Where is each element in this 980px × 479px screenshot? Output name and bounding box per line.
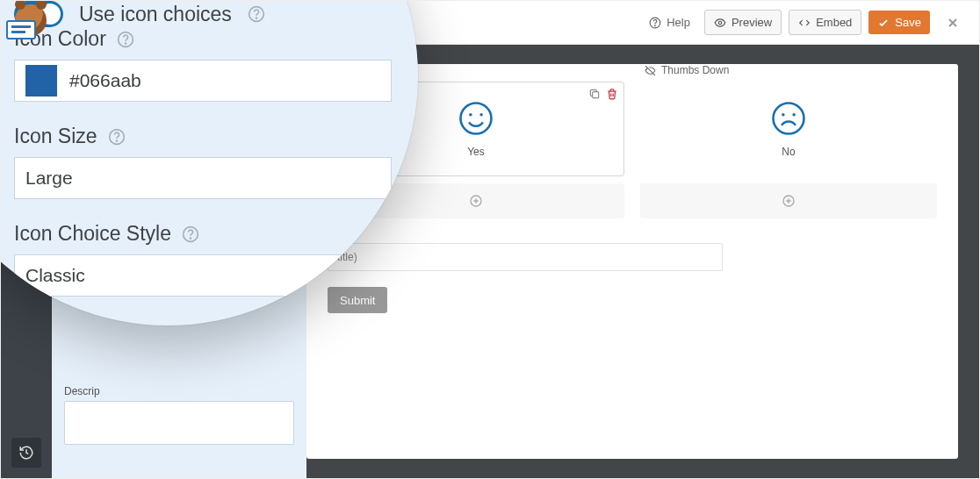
icon-color-input[interactable]: #066aab [14,60,392,102]
choice-no: Thumbs Down No [640,82,937,218]
svg-point-19 [190,238,191,239]
wpforms-logo [4,1,57,39]
icon-style-label: Icon Choice Style [14,222,171,246]
help-icon[interactable] [117,31,134,48]
description-label-small: Descrip [64,385,294,397]
code-icon [798,17,811,29]
svg-point-10 [792,113,796,117]
submit-label: Submit [340,294,375,307]
svg-point-15 [125,43,126,44]
svg-point-1 [655,25,656,25]
movie-title-input[interactable]: title) [328,243,723,271]
svg-point-5 [469,113,472,117]
use-icon-choices-label: Use icon choices [79,3,232,26]
svg-point-6 [479,113,483,117]
history-icon [18,445,34,461]
submit-button[interactable]: Submit [328,287,387,313]
close-button[interactable] [937,1,969,45]
delete-choice-icon[interactable] [606,88,618,104]
use-icon-choices-row: Use icon choices [14,1,392,27]
choice-no-label: No [782,146,795,158]
preview-button[interactable]: Preview [704,10,782,35]
help-icon[interactable] [108,128,126,146]
eye-off-icon [645,65,656,76]
help-label: Help [667,16,690,29]
help-icon[interactable] [248,5,265,23]
svg-point-17 [116,140,117,141]
revisions-button[interactable] [11,438,41,468]
help-link[interactable]: Help [642,11,697,34]
preview-label: Preview [731,16,772,29]
embed-label: Embed [816,16,852,29]
add-choice-right[interactable] [640,183,937,218]
tablet-icon [6,20,36,39]
svg-point-9 [782,113,785,117]
frown-icon [770,100,807,137]
description-textarea[interactable] [64,401,294,445]
icon-size-label: Icon Size [14,125,97,148]
smile-icon [458,100,494,137]
choice-card-no[interactable]: No [640,82,937,176]
thumbs-down-tag: Thumbs Down [645,64,729,76]
choice-yes-label: Yes [467,146,485,158]
svg-point-13 [256,18,256,18]
save-label: Save [895,16,921,29]
icon-color-value: #066aab [69,70,141,91]
check-icon [877,17,890,29]
icon-size-value: Large [25,168,73,189]
svg-point-2 [718,21,722,25]
plus-icon [782,194,796,208]
close-icon [946,16,960,30]
help-icon [649,17,661,29]
svg-point-4 [461,104,492,134]
svg-point-8 [774,104,804,134]
duplicate-choice-icon[interactable] [588,88,601,104]
svg-rect-3 [593,92,599,98]
icon-size-select[interactable]: Large [14,157,392,199]
embed-button[interactable]: Embed [789,10,861,35]
eye-icon [714,17,726,29]
color-swatch[interactable] [25,65,57,97]
icon-style-value: Classic [25,265,85,286]
save-button[interactable]: Save [868,11,930,34]
plus-icon [469,194,483,208]
help-icon[interactable] [182,225,199,243]
